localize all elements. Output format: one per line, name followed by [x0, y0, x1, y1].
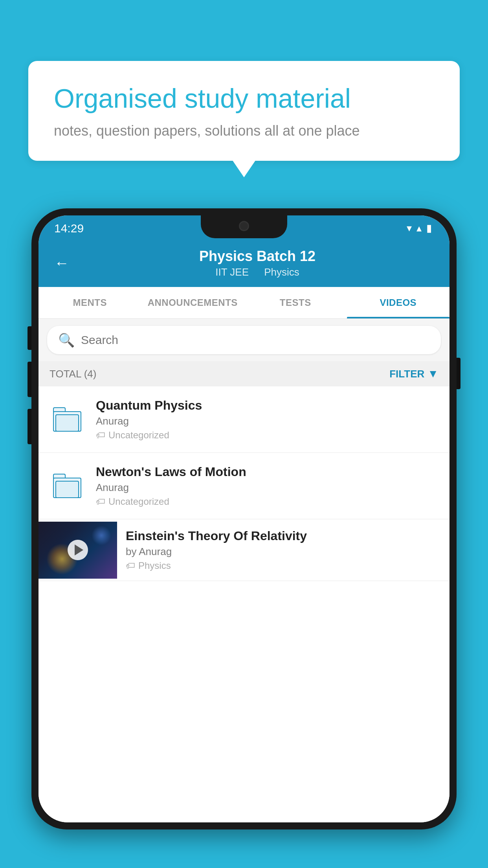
item-title: Quantum Physics: [96, 398, 438, 413]
content-list: Quantum Physics Anurag 🏷 Uncategorized: [39, 386, 449, 822]
tag-iit-jee: IIT JEE: [215, 266, 249, 278]
mute-button: [28, 326, 31, 350]
volume-down-button: [28, 409, 31, 444]
total-count-label: TOTAL (4): [50, 368, 96, 380]
tag-value: Uncategorized: [108, 430, 169, 441]
list-item[interactable]: Newton's Laws of Motion Anurag 🏷 Uncateg…: [39, 453, 449, 519]
phone-screen: 14:29 ▾ ▴ ▮ ← Physics Batch 12 IIT JEE P…: [39, 215, 449, 822]
speech-bubble-title: Organised study material: [54, 83, 434, 115]
video-text: Einstein's Theory Of Relativity by Anura…: [117, 519, 449, 581]
video-author: by Anurag: [126, 546, 441, 558]
tag-physics: Physics: [264, 266, 299, 278]
tabs-bar: MENTS ANNOUNCEMENTS TESTS VIDEOS: [39, 287, 449, 319]
video-title: Einstein's Theory Of Relativity: [126, 529, 441, 543]
play-button[interactable]: [68, 540, 88, 560]
tag-icon: 🏷: [126, 560, 135, 571]
header-title-block: Physics Batch 12 IIT JEE Physics: [81, 248, 434, 278]
back-button[interactable]: ←: [54, 255, 69, 272]
power-button: [457, 358, 460, 389]
item-author: Anurag: [96, 482, 438, 494]
search-input[interactable]: [81, 333, 430, 347]
status-icons: ▾ ▴ ▮: [407, 222, 432, 234]
tag-value: Uncategorized: [108, 496, 169, 507]
search-container: 🔍: [39, 319, 449, 361]
tab-videos[interactable]: VIDEOS: [347, 287, 450, 318]
list-item[interactable]: Quantum Physics Anurag 🏷 Uncategorized: [39, 386, 449, 453]
tag-icon: 🏷: [96, 496, 105, 507]
tab-tests[interactable]: TESTS: [244, 287, 347, 318]
search-input-wrap: 🔍: [47, 326, 441, 354]
video-thumbnail: [39, 522, 117, 579]
tab-announcements[interactable]: ANNOUNCEMENTS: [141, 287, 244, 318]
speech-bubble-card: Organised study material notes, question…: [28, 61, 460, 161]
item-tag: 🏷 Uncategorized: [96, 496, 438, 507]
item-text: Newton's Laws of Motion Anurag 🏷 Uncateg…: [96, 465, 438, 507]
speech-bubble-subtitle: notes, question papers, solutions all at…: [54, 123, 434, 139]
status-time: 14:29: [54, 222, 84, 235]
phone-camera: [239, 221, 249, 231]
batch-subtitle: IIT JEE Physics: [81, 266, 434, 278]
item-title: Newton's Laws of Motion: [96, 465, 438, 479]
phone-outer: 14:29 ▾ ▴ ▮ ← Physics Batch 12 IIT JEE P…: [31, 208, 457, 829]
item-text: Quantum Physics Anurag 🏷 Uncategorized: [96, 398, 438, 441]
signal-icon: ▴: [416, 222, 422, 234]
tag-value: Physics: [138, 560, 171, 571]
folder-icon-wrap: [50, 468, 85, 504]
filter-label: FILTER: [389, 368, 424, 380]
play-triangle-icon: [75, 544, 83, 555]
filter-icon: ▼: [427, 368, 438, 380]
batch-title: Physics Batch 12: [81, 248, 434, 265]
filter-button[interactable]: FILTER ▼: [389, 368, 438, 380]
video-tag: 🏷 Physics: [126, 560, 441, 571]
folder-icon: [53, 407, 81, 432]
folder-front: [55, 481, 79, 498]
folder-front: [55, 414, 79, 432]
tab-ments[interactable]: MENTS: [39, 287, 141, 318]
item-author: Anurag: [96, 415, 438, 427]
tag-icon: 🏷: [96, 430, 105, 441]
phone-mockup: 14:29 ▾ ▴ ▮ ← Physics Batch 12 IIT JEE P…: [31, 208, 457, 868]
video-list-item[interactable]: Einstein's Theory Of Relativity by Anura…: [39, 519, 449, 581]
wifi-icon: ▾: [407, 222, 412, 234]
phone-notch: [201, 215, 287, 238]
folder-icon-wrap: [50, 402, 85, 437]
search-icon: 🔍: [58, 332, 75, 348]
battery-icon: ▮: [426, 222, 432, 234]
volume-up-button: [28, 362, 31, 397]
filter-row: TOTAL (4) FILTER ▼: [39, 361, 449, 386]
app-header: ← Physics Batch 12 IIT JEE Physics: [39, 241, 449, 287]
folder-icon: [53, 474, 81, 498]
item-tag: 🏷 Uncategorized: [96, 430, 438, 441]
